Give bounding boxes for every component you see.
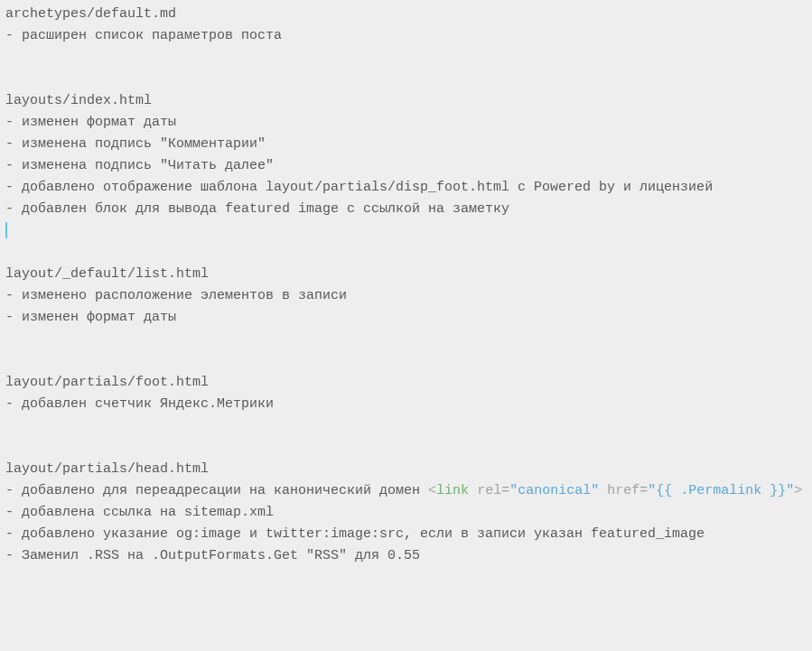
blank-line [5, 242, 807, 264]
blank-line [5, 437, 807, 459]
section-header: layout/_default/list.html [5, 264, 807, 285]
code-line: - изменена подпись "Читать далее" [5, 155, 807, 177]
code-line: - изменено расположение элементов в запи… [5, 285, 807, 307]
code-line: - изменен формат даты [5, 307, 807, 329]
blank-line [5, 329, 807, 350]
html-bracket: < [428, 483, 436, 498]
code-line: - изменен формат даты [5, 112, 807, 134]
section-header: archetypes/default.md [5, 4, 807, 25]
section-header: layouts/index.html [5, 90, 807, 112]
html-attr-name: rel [477, 483, 501, 498]
code-line: - добавлено отображение шаблона layout/p… [5, 177, 807, 199]
html-attr-value: "{{ .Permalink }}" [648, 483, 794, 498]
code-editor-content[interactable]: archetypes/default.md- расширен список п… [5, 4, 807, 567]
html-bracket: > [794, 483, 802, 498]
code-line: - добавлен счетчик Яндекс.Метрики [5, 394, 807, 415]
html-equals: = [501, 483, 509, 498]
code-line: - добавлен блок для вывода featured imag… [5, 199, 807, 220]
cursor-line [5, 220, 807, 242]
code-line: - добавлено для переадресации на канонич… [5, 480, 807, 502]
code-line: - добавлено указание og:image и twitter:… [5, 524, 807, 545]
code-line: - добавлена ссылка на sitemap.xml [5, 502, 807, 524]
html-attr-name: href [607, 483, 639, 498]
html-equals: = [639, 483, 648, 498]
code-line: - расширен список параметров поста [5, 25, 807, 47]
code-line: - Заменил .RSS на .OutputFormats.Get "RS… [5, 545, 807, 567]
blank-line [5, 415, 807, 437]
section-header: layout/partials/foot.html [5, 372, 807, 394]
code-line: - изменена подпись "Комментарии" [5, 134, 807, 155]
html-tag: link [436, 483, 469, 498]
blank-line [5, 69, 807, 90]
section-header: layout/partials/head.html [5, 459, 807, 480]
html-attr-value: "canonical" [509, 483, 599, 498]
text-cursor [5, 222, 7, 238]
blank-line [5, 350, 807, 372]
blank-line [5, 47, 807, 69]
